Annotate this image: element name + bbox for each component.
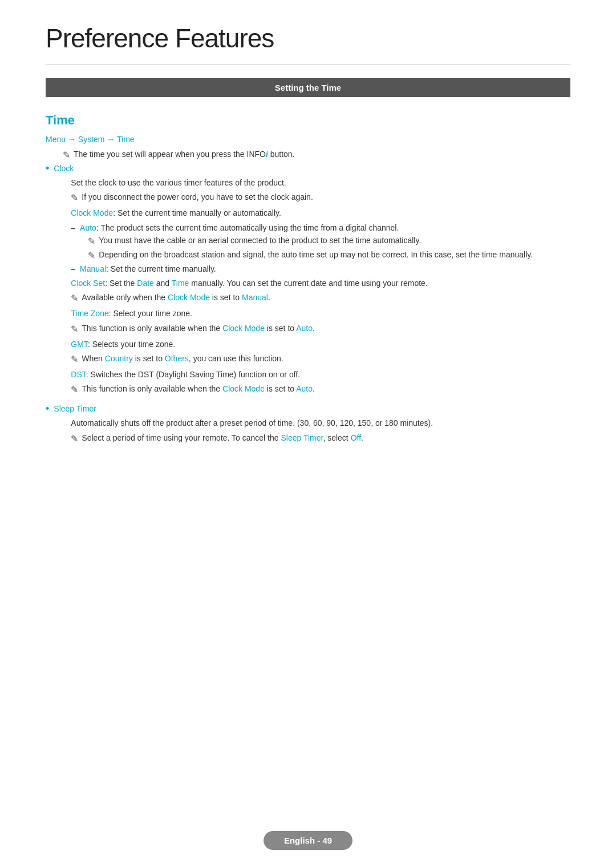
note-icon: ✎: [63, 150, 70, 160]
main-bullet-list: • Clock Set the clock to use the various…: [46, 164, 570, 447]
clock-mode-label: Clock Mode: [71, 208, 113, 217]
clock-label: Clock: [54, 164, 74, 173]
gmt-line: GMT: Selects your time zone.: [54, 338, 533, 350]
dst-note: ✎ This function is only available when t…: [54, 384, 533, 395]
dst-line: DST: Switches the DST (Daylight Saving T…: [54, 368, 533, 381]
clock-bullet-item: • Clock Set the clock to use the various…: [46, 164, 570, 398]
auto-note1: ✎ You must have the cable or an aerial c…: [54, 236, 533, 247]
auto-note2: ✎ Depending on the broadcast station and…: [54, 250, 533, 261]
intro-note-text: The time you set will appear when you pr…: [74, 150, 295, 159]
time-zone-note: ✎ This function is only available when t…: [54, 324, 533, 334]
sleep-timer-description: Automatically shuts off the product afte…: [54, 417, 433, 429]
sleep-timer-content: Sleep Timer Automatically shuts off the …: [54, 404, 433, 447]
time-zone-label: Time Zone: [71, 309, 108, 318]
gmt-note: ✎ When Country is set to Others, you can…: [54, 354, 533, 365]
clock-set-note: ✎ Available only when the Clock Mode is …: [54, 293, 533, 304]
bullet-dot-clock: •: [46, 163, 49, 175]
auto-dash-item: – Auto: The product sets the current tim…: [54, 223, 533, 232]
sleep-timer-label: Sleep Timer: [54, 404, 96, 413]
breadcrumb: Menu → System → Time: [46, 135, 570, 144]
manual-text: Manual: Set the current time manually.: [80, 264, 216, 273]
footer-badge: English - 49: [264, 831, 352, 850]
clock-set-label: Clock Set: [71, 279, 105, 288]
intro-note: ✎ The time you set will appear when you …: [46, 150, 570, 160]
clock-note1: ✎ If you disconnect the power cord, you …: [54, 192, 533, 203]
section-header: Setting the Time: [46, 78, 570, 97]
dst-label: DST: [71, 370, 86, 379]
auto-text: Auto: The product sets the current time …: [80, 223, 399, 232]
bullet-dot-sleep: •: [46, 403, 49, 415]
clock-mode-line: Clock Mode: Set the current time manuall…: [54, 207, 533, 219]
sleep-timer-bullet-item: • Sleep Timer Automatically shuts off th…: [46, 404, 570, 447]
gmt-label: GMT: [71, 340, 88, 349]
time-section-title: Time: [46, 113, 570, 128]
clock-description: Set the clock to use the various timer f…: [54, 176, 533, 189]
page-title: Preference Features: [46, 23, 570, 54]
clock-set-line: Clock Set: Set the Date and Time manuall…: [54, 277, 533, 289]
footer: English - 49: [0, 831, 616, 850]
sleep-timer-note: ✎ Select a period of time using your rem…: [54, 433, 433, 444]
time-zone-line: Time Zone: Select your time zone.: [54, 307, 533, 320]
clock-content: Clock Set the clock to use the various t…: [54, 164, 533, 398]
manual-dash-item: – Manual: Set the current time manually.: [54, 264, 533, 273]
